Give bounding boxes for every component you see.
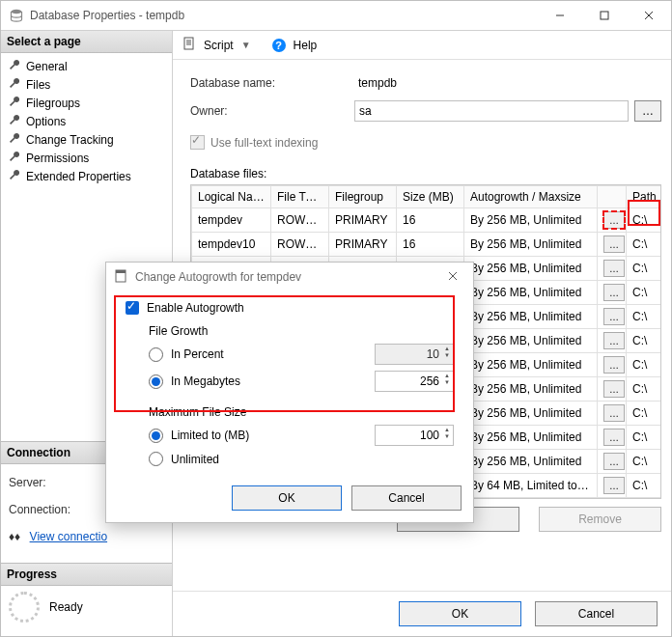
page-item-change-tracking[interactable]: Change Tracking — [3, 130, 170, 149]
autogrowth-edit-button[interactable]: … — [603, 356, 625, 374]
table-row[interactable]: tempdevROWS...PRIMARY16By 256 MB, Unlimi… — [192, 208, 662, 233]
owner-browse-button[interactable]: … — [634, 100, 661, 122]
fulltext-checkbox: Use full-text indexing — [190, 135, 661, 150]
dialog-ok-button[interactable]: OK — [232, 485, 342, 511]
radio-icon — [149, 347, 163, 362]
column-header[interactable]: File Type — [271, 186, 329, 208]
autogrowth-edit-button[interactable]: … — [603, 284, 625, 301]
svg-rect-10 — [116, 270, 126, 273]
wrench-icon — [9, 169, 20, 183]
autogrowth-dialog: Change Autogrowth for tempdev Enable Aut… — [105, 262, 474, 523]
dialog-cancel-button[interactable]: Cancel — [351, 485, 462, 511]
checkbox-icon — [190, 135, 205, 150]
file-growth-header: File Growth — [149, 324, 454, 338]
wrench-icon — [9, 77, 20, 92]
wrench-icon — [9, 59, 20, 73]
svg-rect-5 — [184, 38, 193, 49]
page-item-filegroups[interactable]: Filegroups — [3, 94, 170, 112]
autogrowth-edit-button[interactable]: … — [603, 477, 625, 494]
owner-label: Owner: — [190, 104, 354, 118]
dialog-title: Change Autogrowth for tempdev — [135, 270, 301, 284]
column-header[interactable]: Filegroup — [329, 186, 397, 208]
in-megabytes-radio[interactable]: In Megabytes ▲▼ — [149, 371, 454, 392]
database-name-label: Database name: — [190, 76, 354, 90]
maximize-button[interactable] — [582, 1, 627, 30]
limited-radio[interactable]: Limited to (MB) ▲▼ — [149, 425, 454, 446]
connection-icon: ♦♦ — [9, 530, 20, 543]
dialog-footer: OK Cancel — [173, 591, 671, 636]
progress-spinner-icon — [9, 592, 40, 623]
select-page-header: Select a page — [1, 31, 172, 53]
unlimited-radio[interactable]: Unlimited — [149, 452, 454, 466]
database-files-label: Database files: — [190, 167, 661, 180]
page-item-general[interactable]: General — [3, 57, 170, 75]
spinner-arrows-icon: ▲▼ — [442, 345, 452, 360]
column-header[interactable]: Logical Name — [192, 186, 271, 208]
page-item-permissions[interactable]: Permissions — [3, 149, 170, 167]
database-name-value — [354, 73, 661, 93]
owner-input[interactable] — [354, 100, 629, 122]
progress-status: Ready — [49, 600, 83, 614]
spinner-arrows-icon[interactable]: ▲▼ — [442, 426, 452, 441]
wrench-icon — [9, 114, 20, 128]
autogrowth-edit-button[interactable]: … — [603, 332, 625, 349]
checkbox-checked-icon — [126, 301, 139, 315]
dialog-icon — [114, 269, 127, 286]
titlebar: Database Properties - tempdb — [1, 1, 671, 31]
in-percent-radio[interactable]: In Percent ▲▼ — [149, 344, 454, 365]
ok-button[interactable]: OK — [399, 601, 521, 626]
max-file-size-header: Maximum File Size — [149, 405, 454, 419]
page-item-extended-properties[interactable]: Extended Properties — [3, 167, 170, 185]
svg-point-0 — [12, 10, 22, 14]
enable-autogrowth-checkbox[interactable]: Enable Autogrowth — [126, 301, 454, 315]
dialog-close-button[interactable] — [440, 268, 465, 286]
main-window: Database Properties - tempdb Select a pa… — [0, 0, 672, 637]
progress-header: Progress — [1, 564, 172, 586]
autogrowth-edit-button[interactable]: … — [603, 429, 625, 446]
script-icon — [182, 37, 196, 53]
radio-icon — [149, 452, 163, 466]
autogrowth-edit-button[interactable]: … — [603, 308, 625, 325]
view-connection-link[interactable]: View connectio — [30, 530, 108, 543]
script-dropdown-icon[interactable]: ▼ — [241, 40, 251, 50]
column-header[interactable]: Size (MB) — [397, 186, 464, 208]
svg-rect-2 — [601, 12, 608, 19]
radio-checked-icon — [149, 429, 163, 443]
page-item-files[interactable]: Files — [3, 75, 170, 94]
autogrowth-edit-button[interactable]: … — [603, 380, 625, 398]
toolbar: Script ▼ ? Help — [173, 31, 671, 60]
remove-button: Remove — [539, 507, 661, 532]
cancel-button[interactable]: Cancel — [535, 601, 658, 626]
column-header[interactable] — [598, 186, 627, 208]
minimize-button[interactable] — [538, 1, 582, 30]
close-button[interactable] — [627, 1, 671, 30]
wrench-icon — [9, 132, 20, 147]
database-icon — [9, 8, 24, 23]
help-icon: ? — [272, 39, 286, 52]
script-button[interactable]: Script — [204, 39, 234, 52]
wrench-icon — [9, 151, 20, 165]
autogrowth-edit-button[interactable]: … — [603, 260, 625, 277]
wrench-icon — [9, 96, 20, 110]
help-button[interactable]: Help — [294, 39, 318, 52]
table-row[interactable]: tempdev10ROWS...PRIMARY16By 256 MB, Unli… — [192, 233, 662, 257]
autogrowth-edit-button[interactable]: … — [603, 211, 625, 229]
window-title: Database Properties - tempdb — [30, 9, 538, 22]
spinner-arrows-icon[interactable]: ▲▼ — [442, 372, 452, 387]
page-item-options[interactable]: Options — [3, 112, 170, 130]
column-header[interactable]: Path — [627, 186, 662, 208]
autogrowth-edit-button[interactable]: … — [603, 235, 625, 253]
radio-checked-icon — [149, 374, 163, 389]
autogrowth-edit-button[interactable]: … — [603, 453, 625, 470]
autogrowth-edit-button[interactable]: … — [603, 404, 625, 422]
column-header[interactable]: Autogrowth / Maxsize — [464, 186, 598, 208]
